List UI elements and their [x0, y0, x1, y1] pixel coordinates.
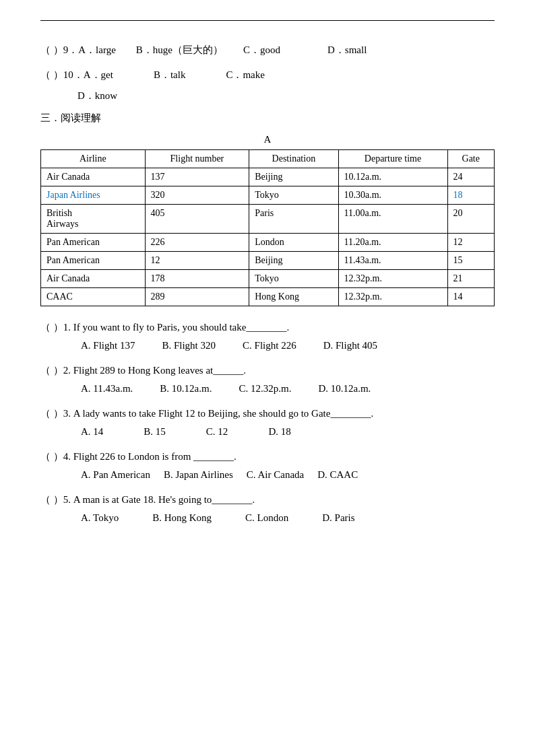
- col-flight-number: Flight number: [145, 150, 249, 168]
- cell-destination: Tokyo: [249, 186, 338, 205]
- col-departure-time: Departure time: [338, 150, 447, 168]
- cell-airline: Pan American: [41, 234, 146, 252]
- rq2-optA: A. 11.43a.m.: [81, 380, 133, 398]
- cell-destination: London: [249, 234, 338, 252]
- q9-optC: C．good: [243, 41, 280, 59]
- col-destination: Destination: [249, 150, 338, 168]
- cell-flight: 12: [145, 252, 249, 270]
- table-row: Air Canada 137 Beijing 10.12a.m. 24: [41, 168, 495, 186]
- table-row: Pan American 12 Beijing 11.43a.m. 15: [41, 252, 495, 270]
- rq2-optD: D. 10.12a.m.: [318, 380, 371, 398]
- q10-options: A．get B．talk C．make: [84, 66, 265, 84]
- q9-optA: A．large: [78, 41, 116, 59]
- cell-flight: 289: [145, 288, 249, 306]
- cell-gate: 21: [447, 270, 494, 288]
- cell-airline: Japan Airlines: [41, 186, 146, 205]
- cell-airline: CAAC: [41, 288, 146, 306]
- cell-airline: Air Canada: [41, 270, 146, 288]
- rq3-optB: B. 15: [144, 423, 166, 441]
- question-10: （ ）10． A．get B．talk C．make: [40, 66, 495, 84]
- cell-destination: Beijing: [249, 168, 338, 186]
- top-divider: [40, 20, 495, 21]
- table-row: Japan Airlines 320 Tokyo 10.30a.m. 18: [41, 186, 495, 205]
- cell-airline: Pan American: [41, 252, 146, 270]
- cell-departure: 11.43a.m.: [338, 252, 447, 270]
- rq2-optB: B. 10.12a.m.: [160, 380, 212, 398]
- rq4-optA: A. Pan American: [81, 466, 150, 484]
- rq5-options: A. Tokyo B. Hong Kong C. London D. Paris: [81, 509, 495, 527]
- reading-question-5: （ ）5. A man is at Gate 18. He's going to…: [40, 491, 495, 527]
- cell-departure: 12.32p.m.: [338, 270, 447, 288]
- rq1-optA: A. Flight 137: [81, 337, 135, 355]
- q10-optB: B．talk: [154, 66, 186, 84]
- cell-destination: Hong Kong: [249, 288, 338, 306]
- cell-departure: 10.30a.m.: [338, 186, 447, 205]
- rq1-optD: D. Flight 405: [323, 337, 377, 355]
- cell-gate: 24: [447, 168, 494, 186]
- rq3-text: （ ）3. A lady wants to take Flight 12 to …: [40, 408, 373, 419]
- reading-question-2: （ ）2. Flight 289 to Hong Kong leaves at_…: [40, 362, 495, 398]
- cell-gate: 15: [447, 252, 494, 270]
- q10-optC: C．make: [226, 66, 265, 84]
- cell-destination: Paris: [249, 205, 338, 234]
- rq3-optA: A. 14: [81, 423, 103, 441]
- col-gate: Gate: [447, 150, 494, 168]
- rq5-optA: A. Tokyo: [81, 509, 119, 527]
- cell-airline: BritishAirways: [41, 205, 146, 234]
- cell-gate: 18: [447, 186, 494, 205]
- reading-question-1: （ ）1. If you want to fly to Paris, you s…: [40, 318, 495, 355]
- cell-flight: 137: [145, 168, 249, 186]
- rq5-optD: D. Paris: [322, 509, 354, 527]
- rq1-optC: C. Flight 226: [243, 337, 296, 355]
- cell-flight: 226: [145, 234, 249, 252]
- reading-question-3: （ ）3. A lady wants to take Flight 12 to …: [40, 405, 495, 441]
- rq3-optD: D. 18: [268, 423, 290, 441]
- cell-destination: Tokyo: [249, 270, 338, 288]
- rq5-text: （ ）5. A man is at Gate 18. He's going to…: [40, 494, 255, 505]
- q10-optD: D．know: [77, 87, 117, 105]
- rq3-optC: C. 12: [206, 423, 228, 441]
- cell-destination: Beijing: [249, 252, 338, 270]
- cell-airline: Air Canada: [41, 168, 146, 186]
- cell-departure: 11.00a.m.: [338, 205, 447, 234]
- cell-departure: 10.12a.m.: [338, 168, 447, 186]
- reading-table-section: A Airline Flight number Destination Depa…: [40, 134, 495, 306]
- rq2-options: A. 11.43a.m. B. 10.12a.m. C. 12.32p.m. D…: [81, 380, 495, 398]
- question-9: （ ）9． A．large B．huge（巨大的） C．good D．small: [40, 41, 495, 59]
- rq5-optB: B. Hong Kong: [152, 509, 212, 527]
- rq1-text: （ ）1. If you want to fly to Paris, you s…: [40, 322, 289, 333]
- cell-flight: 178: [145, 270, 249, 288]
- rq5-optC: C. London: [245, 509, 288, 527]
- question-10-d: D．know: [77, 87, 495, 105]
- table-row: CAAC 289 Hong Kong 12.32p.m. 14: [41, 288, 495, 306]
- cell-flight: 320: [145, 186, 249, 205]
- table-row: Pan American 226 London 11.20a.m. 12: [41, 234, 495, 252]
- q9-options: A．large B．huge（巨大的） C．good D．small: [78, 41, 367, 59]
- rq4-text: （ ）4. Flight 226 to London is from _____…: [40, 451, 237, 462]
- cell-departure: 11.20a.m.: [338, 234, 447, 252]
- cell-departure: 12.32p.m.: [338, 288, 447, 306]
- flight-table: Airline Flight number Destination Depart…: [40, 149, 495, 306]
- cell-gate: 14: [447, 288, 494, 306]
- rq4-options: A. Pan American B. Japan Airlines C. Air…: [81, 466, 495, 484]
- cell-flight: 405: [145, 205, 249, 234]
- q10-optA: A．get: [84, 66, 113, 84]
- rq1-options: A. Flight 137 B. Flight 320 C. Flight 22…: [81, 337, 495, 355]
- col-airline: Airline: [41, 150, 146, 168]
- rq3-options: A. 14 B. 15 C. 12 D. 18: [81, 423, 495, 441]
- table-row: Air Canada 178 Tokyo 12.32p.m. 21: [41, 270, 495, 288]
- table-title: A: [40, 134, 495, 145]
- rq4-optB: B. Japan Airlines: [164, 466, 233, 484]
- table-header-row: Airline Flight number Destination Depart…: [41, 150, 495, 168]
- reading-question-4: （ ）4. Flight 226 to London is from _____…: [40, 448, 495, 484]
- rq4-optC: C. Air Canada: [247, 466, 304, 484]
- table-row: BritishAirways 405 Paris 11.00a.m. 20: [41, 205, 495, 234]
- cell-gate: 12: [447, 234, 494, 252]
- rq2-optC: C. 12.32p.m.: [239, 380, 291, 398]
- rq2-text: （ ）2. Flight 289 to Hong Kong leaves at_…: [40, 365, 246, 376]
- section3-header: 三．阅读理解: [40, 112, 495, 125]
- q9-prefix: （ ）9．: [40, 41, 78, 59]
- rq1-optB: B. Flight 320: [162, 337, 216, 355]
- q10-prefix: （ ）10．: [40, 66, 84, 84]
- q9-optB: B．huge（巨大的）: [136, 41, 223, 59]
